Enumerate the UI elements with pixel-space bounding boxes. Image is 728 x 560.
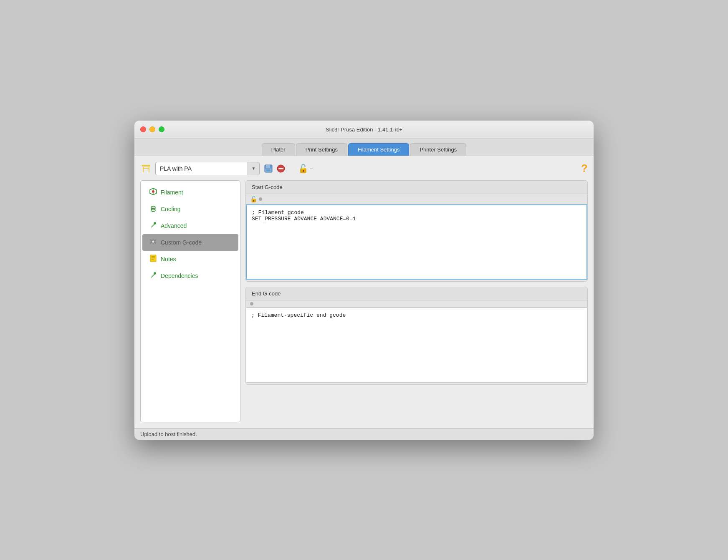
svg-rect-2 <box>149 167 149 172</box>
lock-icon: 🔓 <box>298 164 308 174</box>
profile-actions <box>263 163 286 174</box>
filament-icon <box>149 188 157 197</box>
profile-row: PLA with PA ▼ <box>140 162 588 175</box>
svg-rect-7 <box>266 169 270 172</box>
start-gcode-textarea[interactable]: ; Filament gcode SET_PRESSURE_ADVANCE AD… <box>246 204 587 280</box>
start-gcode-lock-row: 🔓 <box>246 194 587 204</box>
lock-dash: – <box>310 166 313 172</box>
svg-rect-20 <box>150 255 156 262</box>
save-profile-button[interactable] <box>263 163 274 174</box>
start-lock-icon: 🔓 <box>250 196 257 202</box>
end-dot <box>250 302 253 305</box>
start-dot <box>259 197 262 201</box>
sidebar-label-custom-gcode: Custom G-code <box>161 239 202 246</box>
lock-area: 🔓 – <box>298 164 313 174</box>
minimize-button[interactable] <box>149 126 155 132</box>
help-button[interactable]: ? <box>581 162 588 175</box>
main-window: Slic3r Prusa Edition - 1.41.1-rc+ Plater… <box>134 121 594 440</box>
sidebar-item-advanced[interactable]: Advanced <box>142 217 238 234</box>
gear-icon <box>149 238 157 247</box>
tab-print-settings[interactable]: Print Settings <box>296 143 347 156</box>
close-button[interactable] <box>140 126 146 132</box>
deps-icon <box>149 271 157 280</box>
sidebar-item-filament[interactable]: Filament <box>142 184 238 201</box>
status-text: Upload to host finished. <box>140 431 197 437</box>
svg-rect-0 <box>142 165 150 166</box>
notes-icon <box>149 255 157 264</box>
sidebar-label-notes: Notes <box>161 256 176 262</box>
sidebar-label-advanced: Advanced <box>161 222 187 229</box>
end-gcode-lock-row <box>246 300 587 308</box>
maximize-button[interactable] <box>159 126 164 132</box>
end-gcode-section: End G-code ; Filament-specific end gcode <box>245 287 588 385</box>
content-area: Filament Cooling <box>140 180 588 422</box>
sidebar: Filament Cooling <box>140 180 240 422</box>
right-panel: Start G-code 🔓 ; Filament gcode SET_PRES… <box>245 180 588 422</box>
svg-rect-3 <box>144 168 149 169</box>
profile-name: PLA with PA <box>156 163 248 174</box>
end-gcode-header: End G-code <box>246 287 587 300</box>
start-gcode-section: Start G-code 🔓 ; Filament gcode SET_PRES… <box>245 180 588 282</box>
profile-icon <box>140 163 152 174</box>
svg-rect-9 <box>278 168 283 169</box>
profile-dropdown-button[interactable]: ▼ <box>248 162 259 175</box>
svg-rect-1 <box>143 167 144 172</box>
profile-select-wrapper: PLA with PA ▼ <box>155 162 260 175</box>
sidebar-item-custom-gcode[interactable]: Custom G-code <box>142 234 238 251</box>
svg-point-11 <box>152 190 154 193</box>
wrench-icon <box>149 221 157 230</box>
tab-plater[interactable]: Plater <box>262 143 295 156</box>
svg-point-16 <box>151 206 155 209</box>
delete-profile-button[interactable] <box>276 163 286 174</box>
sidebar-item-notes[interactable]: Notes <box>142 251 238 267</box>
start-gcode-header: Start G-code <box>246 181 587 194</box>
tab-bar: Plater Print Settings Filament Settings … <box>134 139 594 156</box>
sidebar-label-cooling: Cooling <box>161 206 180 212</box>
sidebar-item-dependencies[interactable]: Dependencies <box>142 267 238 284</box>
end-gcode-textarea[interactable]: ; Filament-specific end gcode <box>246 308 587 383</box>
svg-rect-5 <box>266 165 270 168</box>
svg-point-19 <box>152 240 154 242</box>
cooling-icon <box>149 204 157 214</box>
tab-filament-settings[interactable]: Filament Settings <box>348 143 409 156</box>
window-title: Slic3r Prusa Edition - 1.41.1-rc+ <box>326 126 402 133</box>
sidebar-item-cooling[interactable]: Cooling <box>142 201 238 217</box>
sidebar-label-dependencies: Dependencies <box>161 272 198 279</box>
sidebar-label-filament: Filament <box>161 189 183 196</box>
titlebar: Slic3r Prusa Edition - 1.41.1-rc+ <box>134 121 594 139</box>
main-content: PLA with PA ▼ <box>134 156 594 428</box>
statusbar: Upload to host finished. <box>134 428 594 440</box>
tab-printer-settings[interactable]: Printer Settings <box>410 143 466 156</box>
window-controls <box>140 126 164 132</box>
